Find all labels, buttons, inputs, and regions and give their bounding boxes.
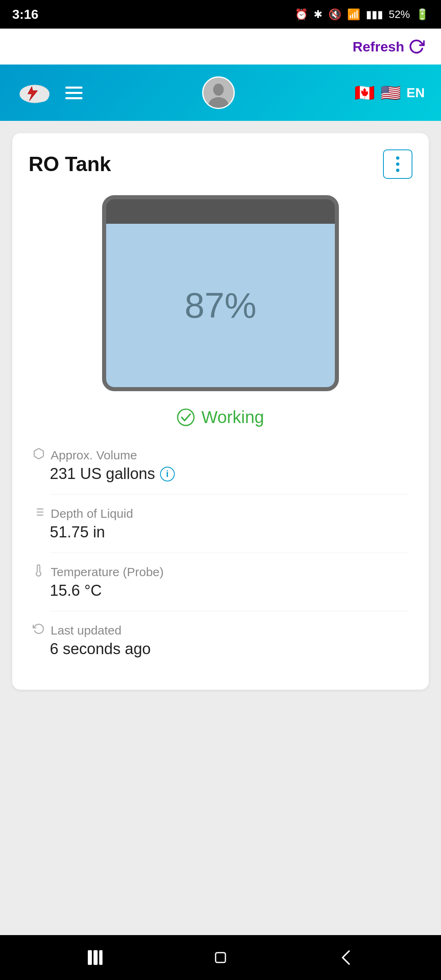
refresh-label: Refresh (352, 39, 404, 55)
user-avatar[interactable] (202, 76, 235, 109)
temperature-value-text: 15.6 °C (50, 582, 102, 599)
temperature-icon (33, 564, 45, 579)
volume-info-button[interactable]: i (160, 467, 175, 481)
status-row: Working (29, 408, 412, 427)
temperature-label-row: Temperature (Probe) (33, 564, 408, 579)
header-right: 🇨🇦 🇺🇸 EN (354, 83, 425, 102)
home-button[interactable] (210, 947, 231, 968)
updated-row: Last updated 6 seconds ago (33, 623, 408, 658)
tank-visual-container: 87% (29, 195, 412, 391)
main-content: RO Tank 87% Working (0, 121, 441, 935)
tank-card: RO Tank 87% Working (12, 133, 429, 690)
tank-water-fill: 87% (106, 224, 335, 387)
temperature-row: Temperature (Probe) 15.6 °C (33, 564, 408, 599)
svg-rect-16 (216, 953, 225, 962)
signal-icon: ▮▮▮ (366, 8, 383, 21)
refresh-button[interactable]: Refresh (352, 38, 425, 55)
divider-1 (50, 494, 408, 494)
temperature-value: 15.6 °C (33, 582, 408, 599)
status-icons: ⏰ ✱ 🔇 📶 ▮▮▮ 52% 🔋 (295, 8, 429, 21)
battery-icon: 🔋 (416, 8, 429, 21)
card-header: RO Tank (29, 149, 412, 179)
updated-label-text: Last updated (51, 624, 121, 637)
volume-icon (33, 448, 45, 463)
temperature-label-text: Temperature (Probe) (51, 565, 164, 579)
svg-rect-13 (88, 950, 92, 965)
updated-value-text: 6 seconds ago (50, 640, 151, 658)
status-text: Working (201, 408, 264, 427)
canada-flag: 🇨🇦 (354, 83, 375, 102)
depth-label-text: Depth of Liquid (51, 507, 133, 521)
updated-icon (33, 623, 45, 638)
svg-rect-14 (94, 950, 98, 965)
divider-3 (50, 611, 408, 611)
status-bar: 3:16 ⏰ ✱ 🔇 📶 ▮▮▮ 52% 🔋 (0, 0, 441, 29)
working-status-icon (177, 408, 195, 426)
alarm-icon: ⏰ (295, 8, 308, 21)
depth-value-text: 51.75 in (50, 523, 105, 541)
back-icon (335, 947, 356, 968)
volume-value-text: 231 US gallons (50, 465, 155, 483)
recents-icon (85, 947, 106, 968)
logo-area (16, 78, 82, 107)
divider-2 (50, 552, 408, 553)
tank-percentage: 87% (185, 285, 256, 326)
options-button[interactable] (383, 149, 412, 179)
tank-outer: 87% (102, 195, 339, 391)
updated-label-row: Last updated (33, 623, 408, 638)
recents-button[interactable] (85, 947, 106, 968)
mute-icon: 🔇 (328, 8, 341, 21)
hamburger-button[interactable] (65, 87, 82, 99)
updated-value: 6 seconds ago (33, 640, 408, 658)
info-section: Approx. Volume 231 US gallons i (29, 448, 412, 658)
svg-point-6 (178, 409, 194, 425)
volume-label-text: Approx. Volume (51, 448, 137, 462)
svg-point-4 (213, 84, 224, 96)
battery-display: 52% (389, 8, 410, 21)
depth-icon (33, 506, 45, 521)
home-icon (210, 947, 231, 968)
refresh-icon (408, 38, 425, 55)
app-header: 🇨🇦 🇺🇸 EN (0, 65, 441, 121)
volume-label-row: Approx. Volume (33, 448, 408, 463)
card-title: RO Tank (29, 152, 111, 176)
header-center (82, 76, 354, 109)
depth-value: 51.75 in (33, 523, 408, 541)
wifi-icon: 📶 (347, 8, 360, 21)
refresh-bar: Refresh (0, 29, 441, 65)
volume-row: Approx. Volume 231 US gallons i (33, 448, 408, 483)
svg-rect-15 (99, 950, 102, 965)
us-flag: 🇺🇸 (381, 83, 401, 102)
time-display: 3:16 (12, 7, 38, 22)
volume-value: 231 US gallons i (33, 465, 408, 483)
depth-row: Depth of Liquid 51.75 in (33, 506, 408, 541)
bluetooth-icon: ✱ (314, 8, 323, 21)
bottom-navigation (0, 935, 441, 980)
back-button[interactable] (335, 947, 356, 968)
depth-label-row: Depth of Liquid (33, 506, 408, 521)
app-logo (16, 78, 53, 107)
language-label[interactable]: EN (407, 85, 425, 100)
